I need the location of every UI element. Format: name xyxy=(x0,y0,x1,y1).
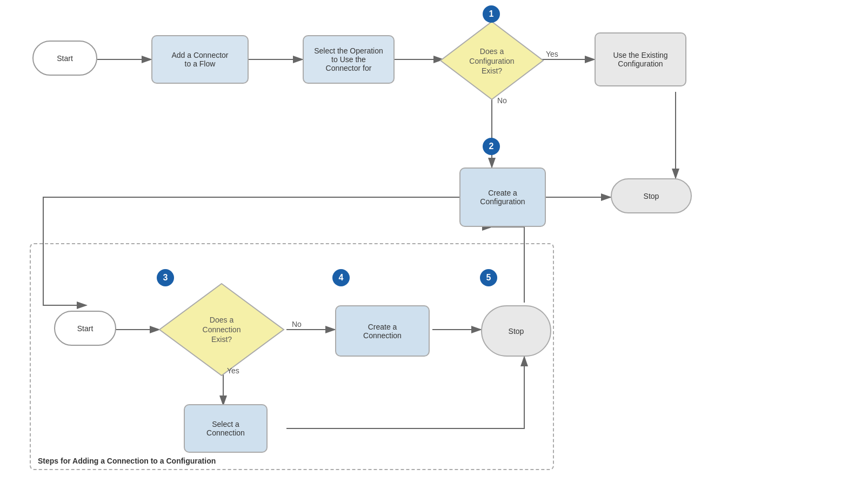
svg-marker-12 xyxy=(440,22,543,99)
badge-1: 1 xyxy=(483,5,500,23)
badge-2: 2 xyxy=(483,138,500,155)
create-connection-node: Create a Connection xyxy=(335,305,430,357)
badge-5: 5 xyxy=(480,269,497,286)
yes-label-2: Yes xyxy=(227,366,239,375)
dashed-box-label: Steps for Adding a Connection to a Confi… xyxy=(38,457,216,465)
svg-marker-13 xyxy=(159,284,284,376)
stop-node-1: Stop xyxy=(611,178,692,213)
stop-node-2: Stop xyxy=(481,305,551,357)
start-node-2: Start xyxy=(54,311,116,346)
no-label-1: No xyxy=(497,96,507,105)
yes-label-1: Yes xyxy=(546,50,558,58)
use-existing-node: Use the Existing Configuration xyxy=(595,32,686,86)
diagram-container: Start Add a Connector to a Flow Select t… xyxy=(0,0,868,496)
badge-3: 3 xyxy=(157,269,174,286)
config-exist-diamond: Does a Configuration Exist? xyxy=(438,19,546,103)
badge-4: 4 xyxy=(332,269,350,286)
add-connector-node: Add a Connector to a Flow xyxy=(151,35,249,84)
select-operation-node: Select the Operation to Use the Connecto… xyxy=(303,35,395,84)
select-connection-node: Select a Connection xyxy=(184,404,268,453)
no-label-2: No xyxy=(292,320,302,329)
connection-exist-diamond: Does a Connection Exist? xyxy=(157,281,286,378)
start-node-1: Start xyxy=(32,41,97,76)
create-config-node: Create a Configuration xyxy=(459,167,546,227)
dashed-box xyxy=(30,243,554,470)
